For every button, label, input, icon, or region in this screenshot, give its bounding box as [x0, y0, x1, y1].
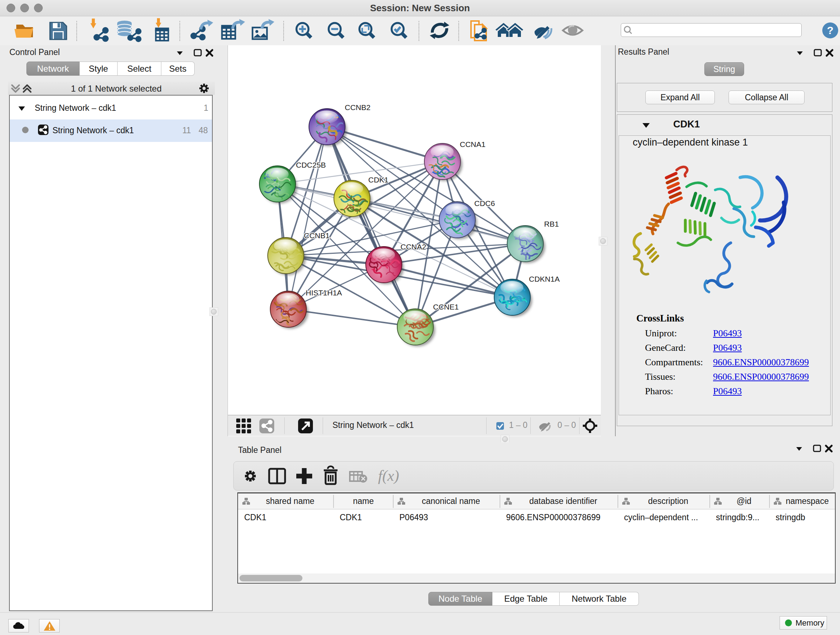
svg-text:f(x): f(x) [378, 467, 399, 485]
svg-text:name: name [353, 496, 374, 506]
svg-text:canonical name: canonical name [422, 496, 480, 506]
svg-text:database identifier: database identifier [529, 496, 597, 506]
svg-text:CDC6: CDC6 [474, 199, 495, 207]
svg-text:RB1: RB1 [544, 220, 559, 228]
svg-text:?: ? [827, 24, 834, 36]
svg-text:CCNA1: CCNA1 [460, 140, 485, 149]
svg-text:CCNB2: CCNB2 [345, 103, 370, 111]
svg-text:shared name: shared name [266, 496, 314, 506]
svg-text:CCNA2: CCNA2 [401, 242, 426, 251]
svg-text:description: description [648, 496, 688, 506]
svg-text:CDC25B: CDC25B [296, 161, 326, 169]
svg-text:CDKN1A: CDKN1A [529, 275, 560, 283]
svg-text:CCNB1: CCNB1 [304, 231, 330, 240]
svg-text:1 of 1 Network selected: 1 of 1 Network selected [71, 84, 162, 93]
svg-text:@id: @id [737, 496, 752, 506]
svg-text:namespace: namespace [786, 496, 829, 506]
svg-text:HIST1H1A: HIST1H1A [306, 288, 342, 297]
svg-text:CDK1: CDK1 [368, 176, 388, 184]
svg-text:CCNE1: CCNE1 [433, 302, 459, 311]
